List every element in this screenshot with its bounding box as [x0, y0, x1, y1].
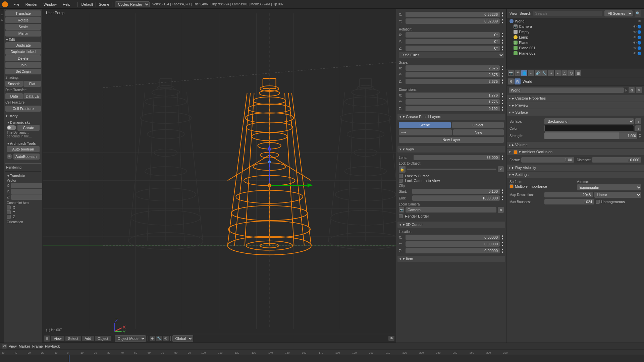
sx-value[interactable]: 2.675	[406, 65, 500, 71]
gp-scene-btn[interactable]: Scene	[399, 122, 451, 128]
ry-up[interactable]: ▲	[501, 39, 504, 42]
smooth-btn[interactable]: Smooth	[5, 81, 23, 87]
clip-start-value[interactable]: 0.100	[412, 189, 500, 194]
color-info-icon[interactable]: i	[635, 125, 641, 131]
object-icon2[interactable]: ○	[528, 70, 534, 76]
cx-up2[interactable]: ▲	[501, 234, 504, 237]
gp-object-btn[interactable]: Object	[452, 122, 504, 128]
lock-cursor-checkbox[interactable]	[399, 174, 403, 178]
world-eye-icon[interactable]: 👁	[638, 19, 641, 23]
playback-btn[interactable]: Playback	[45, 344, 60, 348]
plane002-render-icon[interactable]: 🔵	[637, 52, 641, 55]
outliner-item-world[interactable]: World 👁	[507, 18, 644, 24]
render-icon[interactable]: 📷	[508, 70, 514, 76]
ao-header[interactable]: ▾ ▾ Ambient Occlusion	[507, 149, 644, 155]
world-name-input[interactable]	[509, 87, 624, 93]
pivot-icon[interactable]: ⊕	[150, 336, 155, 341]
tab-relations[interactable]: R	[0, 13, 4, 18]
cursor3d-header[interactable]: ▾ ▾ 3D Cursor	[397, 222, 505, 228]
dz-value[interactable]: 0.192	[406, 106, 500, 111]
data-icon2[interactable]: △	[561, 70, 568, 76]
translate-btn[interactable]: Translate	[5, 10, 41, 16]
object-btn[interactable]: Object	[95, 336, 111, 341]
outliner-item-plane002[interactable]: Plane.002 👁 🔵	[507, 51, 644, 56]
timeline-icon[interactable]: ⏱	[2, 344, 7, 349]
world-settings-icon[interactable]: ⚙	[629, 87, 635, 93]
lens-down[interactable]: ▼	[501, 158, 504, 161]
surface-type-select[interactable]: Background	[544, 118, 634, 124]
x-loc-down[interactable]: ▼	[501, 14, 504, 17]
3d-viewport[interactable]: User Persp	[43, 9, 396, 343]
rz-down[interactable]: ▼	[501, 48, 504, 51]
marker-btn[interactable]: Marker	[19, 344, 30, 348]
mirror-btn[interactable]: Mirror	[5, 31, 41, 37]
ce-down[interactable]: ▼	[501, 198, 504, 201]
outliner-item-plane[interactable]: ▽ Plane 👁 🔵	[507, 40, 644, 45]
rotate-btn[interactable]: Rotate	[5, 17, 41, 23]
world-icon3[interactable]: W	[515, 78, 521, 84]
cx-down2[interactable]: ▼	[501, 237, 504, 240]
dz-up[interactable]: ▲	[501, 106, 504, 109]
mode-select[interactable]: Object Mode	[115, 335, 146, 342]
lens-value[interactable]: 35.000	[414, 155, 500, 160]
ao-checkbox[interactable]	[514, 150, 518, 154]
outliner-item-empty[interactable]: Empty 👁 🔵	[507, 29, 644, 35]
visible-icon[interactable]: 👁	[388, 336, 394, 341]
y-loc-down[interactable]: ▼	[501, 21, 504, 24]
outliner-scene-select[interactable]: All Scenes	[604, 10, 633, 16]
scale-btn[interactable]: Scale	[5, 24, 41, 30]
y-input[interactable]	[11, 189, 43, 194]
clip-end-value[interactable]: 1000.000	[412, 195, 500, 201]
camera-clear[interactable]: ✕	[498, 207, 504, 213]
dx-value[interactable]: 1.776	[406, 93, 500, 98]
rz-value[interactable]: 0°	[406, 46, 500, 51]
cy-down2[interactable]: ▼	[501, 244, 504, 247]
y-loc-up[interactable]: ▲	[501, 18, 504, 21]
mi-checkbox[interactable]	[509, 184, 514, 188]
y-loc-value[interactable]: 0.02089	[406, 18, 500, 24]
dz-down[interactable]: ▼	[501, 109, 504, 112]
x-input[interactable]	[11, 183, 43, 188]
lock-value[interactable]	[407, 169, 496, 170]
outliner-item-camera[interactable]: 📷 Camera 👁 🔵	[507, 24, 644, 29]
sz-up[interactable]: ▲	[501, 78, 504, 81]
empty-eye-icon[interactable]: 👁	[633, 30, 637, 34]
transform-select[interactable]: Global	[172, 335, 193, 342]
material-icon[interactable]: ⬡	[568, 70, 574, 76]
world-close-icon[interactable]: ✕	[636, 87, 642, 93]
dy-value[interactable]: 1.776	[406, 99, 500, 105]
camera-render-icon[interactable]: 🔵	[637, 25, 641, 28]
cx-checkbox[interactable]	[7, 205, 11, 209]
cz-checkbox[interactable]	[7, 215, 11, 219]
snap-icon[interactable]: 🔧	[156, 336, 162, 341]
plane002-eye-icon[interactable]: 👁	[633, 52, 637, 55]
homogeneous-checkbox[interactable]	[596, 200, 600, 204]
max-bounces-value[interactable]: 1024	[544, 199, 594, 204]
search-icon[interactable]: 🔍	[635, 10, 641, 17]
particles-icon[interactable]: ✦	[548, 70, 554, 76]
archipack-label[interactable]: ▾ Archipack Tools	[7, 141, 40, 146]
sz-down[interactable]: ▼	[501, 81, 504, 84]
lock-clear[interactable]: ✕	[498, 166, 504, 172]
lock-icon[interactable]: 🔒	[399, 166, 406, 173]
auto-boolean-btn[interactable]: Auto boolean	[7, 146, 40, 152]
translate-label[interactable]: ▾ Translate	[7, 173, 40, 178]
duplicate-btn[interactable]: Duplicate	[5, 42, 41, 48]
viewport-icon[interactable]: ⊞	[44, 336, 50, 342]
frame-btn[interactable]: Frame	[32, 344, 43, 348]
z-input[interactable]	[11, 194, 43, 200]
rx-value[interactable]: 0°	[406, 32, 500, 38]
outliner-search-btn[interactable]: Search	[520, 11, 531, 15]
texture-icon[interactable]: ▦	[575, 70, 581, 76]
delete-btn[interactable]: Delete	[5, 55, 41, 61]
sy-down[interactable]: ▼	[501, 75, 504, 78]
map-res-value[interactable]: 2048	[544, 192, 593, 197]
cy-value[interactable]: 0.00000	[406, 241, 500, 247]
str-down[interactable]: ▼	[639, 136, 641, 139]
view-btn[interactable]: View	[51, 336, 64, 341]
render-engine-select[interactable]: Cycles Render	[115, 1, 150, 7]
lens-up[interactable]: ▲	[501, 155, 504, 158]
dy-up[interactable]: ▲	[501, 99, 504, 102]
gp-header[interactable]: ▾ ▾ Grease Pencil Layers	[397, 114, 505, 120]
menu-render[interactable]: Render	[23, 2, 40, 7]
